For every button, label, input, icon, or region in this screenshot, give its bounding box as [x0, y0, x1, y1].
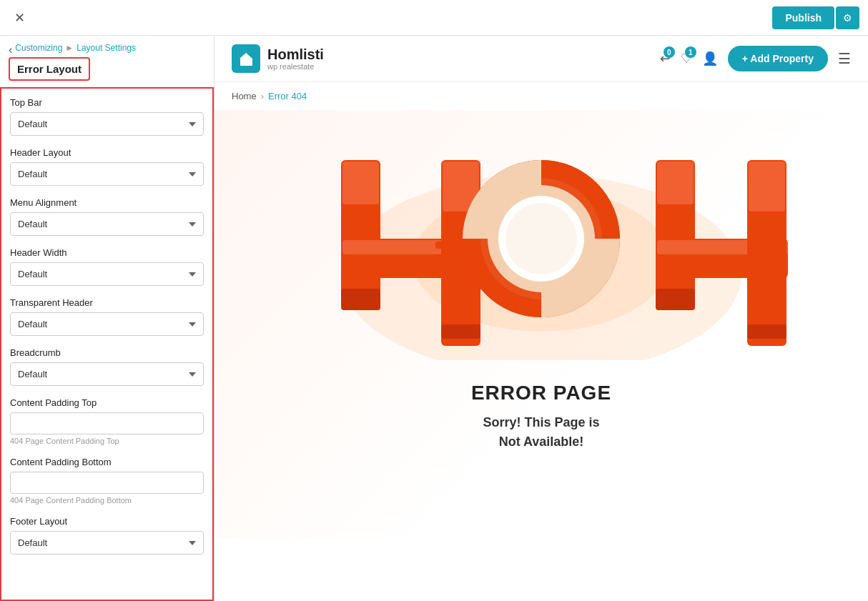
- favorites-badge: 1: [685, 46, 696, 58]
- field-label-header-layout: Header Layout: [10, 147, 204, 158]
- field-select-top-bar[interactable]: DefaultEnabledDisabled: [10, 112, 204, 136]
- undo-button[interactable]: ↩ 0: [660, 51, 671, 66]
- main-container: ‹ Customizing ► Layout Settings Error La…: [0, 36, 868, 601]
- site-breadcrumb: Home › Error 404: [214, 82, 868, 110]
- field-label-footer-layout: Footer Layout: [10, 516, 204, 527]
- field-select-header-width[interactable]: DefaultFull WidthBoxed: [10, 262, 204, 286]
- sidebar-content: Top BarDefaultEnabledDisabledHeader Layo…: [0, 87, 214, 601]
- field-group-footer-layout: Footer LayoutDefaultLayout 1Layout 2: [10, 516, 204, 555]
- field-group-menu-alignment: Menu AlignmentDefaultLeftCenterRight: [10, 197, 204, 236]
- svg-rect-4: [342, 162, 379, 204]
- sidebar-header: ‹ Customizing ► Layout Settings Error La…: [0, 36, 214, 87]
- field-select-breadcrumb[interactable]: DefaultEnabledDisabled: [10, 362, 204, 386]
- field-group-content-padding-bottom: Content Padding Bottom404 Page Content P…: [10, 457, 204, 505]
- svg-rect-23: [747, 324, 786, 339]
- logo-text: Homlisti wp realestate: [267, 46, 324, 71]
- field-hint-content-padding-bottom: 404 Page Content Padding Bottom: [10, 496, 204, 505]
- breadcrumb-current: Error 404: [268, 91, 307, 101]
- field-group-breadcrumb: BreadcrumbDefaultEnabledDisabled: [10, 347, 204, 386]
- svg-rect-22: [656, 289, 695, 310]
- site-header: Homlisti wp realestate ↩ 0 ♡ 1 👤 + Add P…: [214, 36, 868, 82]
- error-title: ERROR PAGE: [471, 382, 611, 404]
- back-button[interactable]: ‹: [9, 44, 12, 56]
- hamburger-button[interactable]: ☰: [838, 50, 851, 67]
- logo-area: Homlisti wp realestate: [232, 44, 324, 73]
- field-group-content-padding-top: Content Padding Top404 Page Content Padd…: [10, 397, 204, 445]
- publish-button[interactable]: Publish: [772, 6, 834, 29]
- admin-bar: ✕ Publish ⚙: [0, 0, 868, 36]
- svg-rect-27: [758, 269, 765, 291]
- breadcrumb-chevron: ›: [261, 91, 264, 101]
- breadcrumb-customizing[interactable]: Customizing: [15, 43, 62, 53]
- field-label-breadcrumb: Breadcrumb: [10, 347, 204, 358]
- error-subtitle: Sorry! This Page isNot Available!: [483, 413, 599, 452]
- svg-rect-0: [244, 60, 248, 65]
- section-title: Error Layout: [9, 57, 90, 81]
- user-button[interactable]: 👤: [702, 51, 718, 66]
- svg-rect-9: [341, 289, 380, 310]
- field-label-top-bar: Top Bar: [10, 97, 204, 108]
- logo-sub: wp realestate: [267, 62, 324, 71]
- favorites-button[interactable]: ♡ 1: [681, 51, 692, 66]
- field-group-transparent-header: Transparent HeaderDefaultEnabledDisabled: [10, 297, 204, 336]
- close-button[interactable]: ✕: [9, 7, 31, 29]
- field-hint-content-padding-top: 404 Page Content Padding Top: [10, 437, 204, 445]
- breadcrumb-home[interactable]: Home: [232, 91, 257, 101]
- error-404-graphic: [284, 131, 799, 360]
- breadcrumb-arrow: ►: [65, 43, 74, 53]
- field-group-header-width: Header WidthDefaultFull WidthBoxed: [10, 247, 204, 286]
- user-icon: 👤: [702, 51, 718, 66]
- svg-rect-10: [441, 324, 480, 339]
- hamburger-icon: ☰: [838, 51, 851, 66]
- add-property-button[interactable]: + Add Property: [728, 46, 828, 71]
- field-group-header-layout: Header LayoutDefaultLayout 1Layout 2: [10, 147, 204, 186]
- field-select-footer-layout[interactable]: DefaultLayout 1Layout 2: [10, 531, 204, 555]
- field-label-header-width: Header Width: [10, 247, 204, 258]
- header-right: ↩ 0 ♡ 1 👤 + Add Property ☰: [660, 46, 851, 71]
- field-group-top-bar: Top BarDefaultEnabledDisabled: [10, 97, 204, 136]
- svg-point-15: [505, 203, 577, 274]
- error-content: ERROR PAGE Sorry! This Page isNot Availa…: [214, 110, 868, 539]
- site-preview: Homlisti wp realestate ↩ 0 ♡ 1 👤 + Add P…: [214, 36, 868, 601]
- breadcrumb-section: Layout Settings: [77, 43, 136, 53]
- field-label-menu-alignment: Menu Alignment: [10, 197, 204, 208]
- field-label-transparent-header: Transparent Header: [10, 297, 204, 308]
- field-select-header-layout[interactable]: DefaultLayout 1Layout 2: [10, 162, 204, 186]
- field-select-menu-alignment[interactable]: DefaultLeftCenterRight: [10, 212, 204, 236]
- svg-rect-21: [749, 162, 785, 212]
- svg-rect-17: [657, 162, 694, 204]
- field-select-transparent-header[interactable]: DefaultEnabledDisabled: [10, 312, 204, 336]
- svg-rect-25: [443, 234, 450, 255]
- field-input-content-padding-bottom[interactable]: [10, 472, 204, 494]
- field-label-content-padding-top: Content Padding Top: [10, 397, 204, 408]
- gear-button[interactable]: ⚙: [836, 6, 859, 29]
- logo-name: Homlisti: [267, 46, 324, 62]
- undo-badge: 0: [664, 46, 675, 58]
- sidebar-breadcrumb: Customizing ► Layout Settings: [15, 43, 136, 53]
- logo-icon: [232, 44, 260, 73]
- field-label-content-padding-bottom: Content Padding Bottom: [10, 457, 204, 467]
- field-input-content-padding-top[interactable]: [10, 412, 204, 434]
- sidebar: ‹ Customizing ► Layout Settings Error La…: [0, 36, 214, 601]
